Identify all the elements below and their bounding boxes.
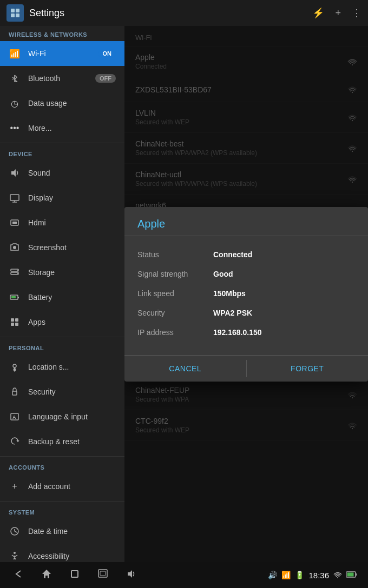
modal-field-row: Signal strengthGood <box>137 264 355 284</box>
modal-field-row: SecurityWPA2 PSK <box>137 303 355 323</box>
svg-marker-4 <box>11 169 16 177</box>
svg-point-29 <box>14 552 16 554</box>
sidebar-item-hdmi[interactable]: Hdmi <box>0 210 124 235</box>
modal-field-value: Good <box>213 270 233 278</box>
battery-indicator <box>346 571 357 580</box>
modal-actions: Cancel Forget <box>124 355 368 382</box>
modal-field-label: Signal strength <box>137 270 213 278</box>
sidebar-datetime-label: Date & time <box>28 527 116 536</box>
wifi-detail-modal: Apple StatusConnectedSignal strengthGood… <box>124 207 368 382</box>
svg-rect-19 <box>15 318 18 322</box>
sidebar-bluetooth-label: Bluetooth <box>28 74 88 83</box>
svg-rect-48 <box>71 571 78 577</box>
section-header-system: SYSTEM <box>0 504 124 519</box>
sidebar-item-data-usage[interactable]: ◷ Data usage <box>0 91 124 116</box>
sidebar-item-security[interactable]: Security <box>0 379 124 404</box>
svg-rect-0 <box>11 9 15 12</box>
bluetooth-icon <box>9 72 21 84</box>
modal-body: StatusConnectedSignal strengthGoodLink s… <box>124 236 368 351</box>
sidebar-item-wifi[interactable]: 📶 Wi-Fi ON <box>0 41 124 66</box>
sidebar-item-battery[interactable]: Battery <box>0 285 124 310</box>
flash-icon[interactable]: ⚡ <box>312 7 324 19</box>
back-button[interactable] <box>11 566 26 584</box>
sidebar-item-accessibility[interactable]: Accessibility <box>0 544 124 562</box>
sidebar-item-screenshot[interactable]: Screenshot <box>0 235 124 260</box>
battery-status-icon: 🔋 <box>295 571 304 579</box>
main-layout: WIRELESS & NETWORKS 📶 Wi-Fi ON Bluetooth… <box>0 26 368 562</box>
sidebar-more-label: More... <box>28 124 116 132</box>
sidebar-item-backup[interactable]: Backup & reset <box>0 429 124 454</box>
sidebar-apps-label: Apps <box>28 318 116 326</box>
sidebar-item-apps[interactable]: Apps <box>0 310 124 335</box>
svg-rect-16 <box>18 297 19 298</box>
sidebar-item-storage[interactable]: Storage <box>0 260 124 285</box>
recent-apps-button[interactable] <box>67 566 82 584</box>
app-icon <box>6 4 24 22</box>
clock: 18:36 <box>308 571 329 580</box>
status-bar: 🔊 📶 🔋 18:36 <box>268 570 357 580</box>
cancel-button[interactable]: Cancel <box>124 356 246 382</box>
more-options-icon[interactable]: ⋮ <box>352 7 362 19</box>
sidebar-add-account-label: Add account <box>28 482 116 491</box>
sidebar-location-label: Location s... <box>28 363 116 371</box>
sidebar-display-label: Display <box>28 193 116 202</box>
svg-rect-18 <box>11 318 14 322</box>
modal-field-row: Link speed150Mbps <box>137 284 355 303</box>
wifi-toggle[interactable]: ON <box>98 49 116 58</box>
top-bar: Settings ⚡ + ⋮ <box>0 0 368 26</box>
bluetooth-toggle[interactable]: OFF <box>95 74 116 83</box>
display-icon <box>9 192 21 204</box>
backup-icon <box>9 436 21 447</box>
battery-icon <box>9 291 21 303</box>
svg-marker-51 <box>128 570 132 578</box>
modal-field-value: 192.168.0.150 <box>213 328 262 337</box>
more-icon: ••• <box>9 122 21 134</box>
modal-field-label: Security <box>137 309 213 317</box>
security-icon <box>9 386 21 398</box>
sound-icon <box>9 167 21 179</box>
top-bar-actions: ⚡ + ⋮ <box>312 7 362 19</box>
sidebar-item-add-account[interactable]: + Add account <box>0 474 124 499</box>
apps-icon <box>9 316 21 328</box>
sidebar-security-label: Security <box>28 387 116 396</box>
modal-field-value: WPA2 PSK <box>213 309 252 317</box>
accessibility-icon <box>9 550 21 562</box>
sidebar-language-label: Language & input <box>28 412 116 421</box>
datetime-icon <box>9 525 21 537</box>
forget-button[interactable]: Forget <box>247 356 369 382</box>
hdmi-icon <box>9 217 21 229</box>
sidebar-item-datetime[interactable]: Date & time <box>0 519 124 544</box>
sidebar-item-language[interactable]: A Language & input <box>0 404 124 429</box>
screenshot-icon <box>9 242 21 253</box>
svg-point-14 <box>17 273 18 274</box>
divider-device <box>0 143 124 143</box>
sidebar-item-display[interactable]: Display <box>0 185 124 210</box>
section-header-device: DEVICE <box>0 145 124 161</box>
section-header-accounts: ACCOUNTS <box>0 459 124 474</box>
sidebar-item-bluetooth[interactable]: Bluetooth OFF <box>0 66 124 91</box>
svg-rect-3 <box>16 14 19 17</box>
volume-button[interactable] <box>123 566 139 584</box>
modal-field-label: Link speed <box>137 289 213 298</box>
sidebar-sound-label: Sound <box>28 169 116 177</box>
sidebar-item-more[interactable]: ••• More... <box>0 116 124 141</box>
add-icon[interactable]: + <box>335 8 341 19</box>
svg-line-28 <box>15 531 17 532</box>
svg-rect-1 <box>16 9 19 12</box>
screenshot-button[interactable] <box>95 566 110 584</box>
modal-field-row: IP address192.168.0.150 <box>137 323 355 342</box>
wifi-bars-icon <box>333 570 342 580</box>
modal-overlay[interactable]: Apple StatusConnectedSignal strengthGood… <box>124 26 368 562</box>
svg-text:A: A <box>12 415 16 420</box>
sidebar-item-location[interactable]: Location s... <box>0 355 124 379</box>
svg-rect-54 <box>356 573 357 576</box>
sidebar-hdmi-label: Hdmi <box>28 218 116 227</box>
section-header-wireless: WIRELESS & NETWORKS <box>0 26 124 41</box>
svg-rect-21 <box>15 323 18 326</box>
home-button[interactable] <box>39 566 54 584</box>
svg-point-22 <box>13 364 16 368</box>
svg-rect-49 <box>98 570 107 577</box>
sidebar-item-sound[interactable]: Sound <box>0 161 124 185</box>
storage-icon <box>9 266 21 278</box>
svg-point-52 <box>337 577 338 578</box>
